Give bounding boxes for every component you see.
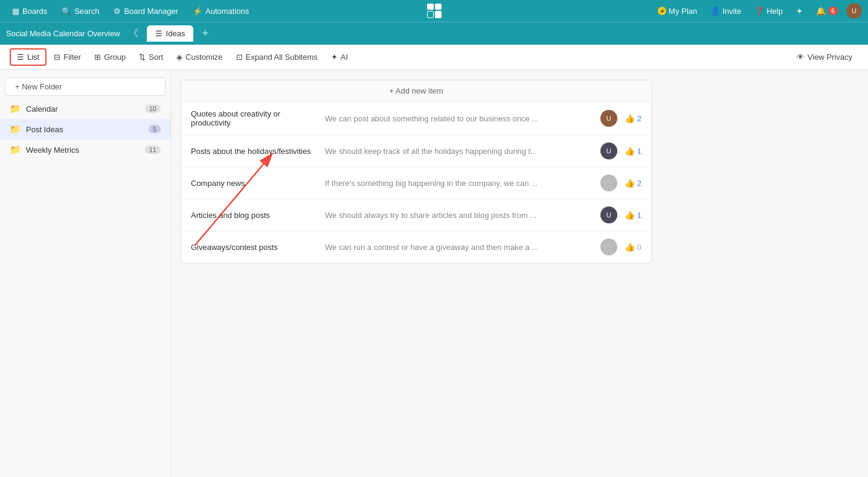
breadcrumb-bar: Social Media Calendar Overview 《 ☰ Ideas… — [0, 22, 868, 45]
search-icon: 🔍 — [62, 7, 71, 16]
expand-icon: ⊡ — [236, 53, 243, 62]
toolbar-expand[interactable]: ⊡ Expand All Subitems — [230, 50, 324, 65]
list-item[interactable]: Posts about the holidays/festivities We … — [181, 135, 651, 167]
avatar: U — [600, 142, 617, 159]
sidebar-item-weekly-metrics[interactable]: 📁 Weekly Metrics 11 — [0, 139, 170, 160]
folder-icon: 📁 — [10, 103, 21, 114]
nav-search[interactable]: 🔍 Search — [56, 4, 105, 18]
sidebar: + New Folder 📁 Calendar 10 📁 Post Ideas … — [0, 70, 171, 477]
new-folder-button[interactable]: + New Folder — [5, 77, 166, 96]
add-new-item-button[interactable]: + Add new item — [181, 80, 651, 102]
boards-icon: ▦ — [12, 7, 19, 16]
thumbs-up-icon: 👍 — [625, 178, 635, 188]
customize-icon: ◈ — [176, 53, 182, 62]
privacy-icon: 👁 — [797, 53, 805, 62]
automations-icon: ⚡ — [193, 7, 202, 16]
folder-icon: 📁 — [10, 124, 21, 135]
content-area: + Add new item Quotes about creativity o… — [171, 70, 868, 477]
avatar — [600, 238, 617, 255]
like-count[interactable]: 👍 0 — [625, 242, 641, 252]
bell-icon: 🔔 — [816, 7, 826, 16]
avatar — [600, 174, 617, 191]
ai-icon: ✦ — [331, 53, 338, 62]
new-folder-label: + New Folder — [15, 82, 62, 91]
add-tab-button[interactable]: + — [198, 26, 212, 41]
collapse-button[interactable]: 《 — [125, 26, 142, 41]
sidebar-item-calendar[interactable]: 📁 Calendar 10 — [0, 98, 170, 119]
plan-icon: ★ — [658, 7, 666, 15]
toolbar: ☰ List ⊟ Filter ⊞ Group ⇅ Sort ◈ Customi… — [0, 45, 868, 70]
nav-my-plan[interactable]: ★ My Plan — [653, 5, 702, 18]
main-layout: + New Folder 📁 Calendar 10 📁 Post Ideas … — [0, 70, 868, 477]
list-item[interactable]: Articles and blog posts We should always… — [181, 199, 651, 231]
list-item[interactable]: Giveaways/contest posts We can run a con… — [181, 231, 651, 263]
like-count[interactable]: 👍 1 — [625, 146, 641, 156]
nav-right: ★ My Plan 👤 Invite ❓ Help ✦ 🔔 6 U — [653, 3, 862, 19]
invite-icon: 👤 — [710, 7, 720, 16]
list-item[interactable]: Company news If there's something big ha… — [181, 167, 651, 199]
toolbar-customize[interactable]: ◈ Customize — [170, 50, 228, 65]
list-item[interactable]: Quotes about creativity or productivity … — [181, 102, 651, 135]
toolbar-view-privacy[interactable]: 👁 View Privacy — [791, 50, 858, 65]
group-icon: ⊞ — [94, 53, 101, 62]
toolbar-right: 👁 View Privacy — [791, 50, 858, 65]
breadcrumb-title: Social Media Calendar Overview — [6, 29, 120, 38]
toolbar-group[interactable]: ⊞ Group — [88, 50, 132, 65]
app-logo — [427, 4, 442, 18]
toolbar-sort[interactable]: ⇅ Sort — [133, 50, 169, 65]
toolbar-filter[interactable]: ⊟ Filter — [48, 50, 87, 65]
list-view-icon: ☰ — [155, 29, 162, 38]
settings-icon: ✦ — [796, 7, 803, 16]
thumbs-up-icon: 👍 — [625, 146, 635, 156]
like-count[interactable]: 👍 2 — [625, 114, 641, 123]
nav-automations[interactable]: ⚡ Automations — [187, 4, 255, 18]
list-icon: ☰ — [17, 53, 24, 62]
nav-help[interactable]: ❓ Help — [750, 5, 788, 18]
tab-ideas[interactable]: ☰ Ideas — [147, 25, 194, 42]
avatar: U — [600, 110, 617, 127]
thumbs-up-icon: 👍 — [625, 114, 635, 123]
top-nav: ▦ Boards 🔍 Search ⚙ Board Manager ⚡ Auto… — [0, 0, 868, 22]
nav-board-manager[interactable]: ⚙ Board Manager — [108, 4, 184, 18]
like-count[interactable]: 👍 2 — [625, 178, 641, 188]
avatar[interactable]: U — [846, 3, 862, 19]
nav-settings[interactable]: ✦ — [791, 5, 808, 18]
thumbs-up-icon: 👍 — [625, 210, 635, 220]
like-count[interactable]: 👍 1 — [625, 210, 641, 220]
nav-notifications[interactable]: 🔔 6 — [811, 5, 843, 18]
help-icon: ❓ — [754, 7, 764, 16]
folder-icon: 📁 — [10, 144, 21, 155]
sort-icon: ⇅ — [139, 53, 146, 62]
toolbar-list[interactable]: ☰ List — [10, 48, 47, 66]
list-container: + Add new item Quotes about creativity o… — [181, 80, 652, 263]
board-manager-icon: ⚙ — [114, 7, 121, 16]
sidebar-item-post-ideas[interactable]: 📁 Post Ideas 5 — [0, 119, 170, 139]
thumbs-up-icon: 👍 — [625, 242, 635, 252]
avatar: U — [600, 206, 617, 223]
toolbar-ai[interactable]: ✦ AI — [325, 50, 354, 65]
nav-boards[interactable]: ▦ Boards — [6, 4, 53, 18]
nav-invite[interactable]: 👤 Invite — [706, 5, 746, 18]
filter-icon: ⊟ — [54, 53, 60, 62]
